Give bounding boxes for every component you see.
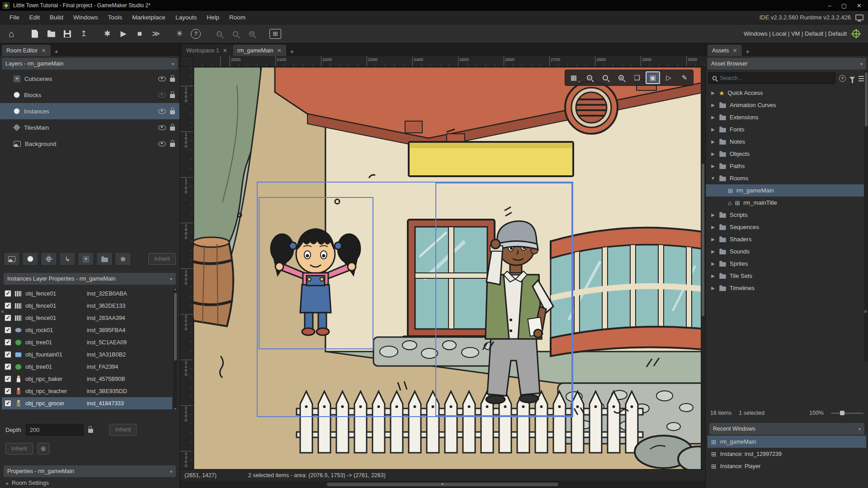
chevron-right-icon[interactable]: ▶: [710, 103, 716, 108]
zoom-in-toolbar-button[interactable]: +: [244, 27, 259, 41]
menu-marketplace[interactable]: Marketplace: [127, 12, 170, 23]
new-project-button[interactable]: [27, 27, 42, 41]
add-instance-layer-button[interactable]: [22, 252, 38, 266]
canvas-vertical-scrollbar[interactable]: [701, 67, 705, 469]
add-path-layer-button[interactable]: ↳: [59, 252, 75, 266]
room-settings-section[interactable]: ▸ Room Settings: [6, 480, 49, 486]
recent-window-item[interactable]: ⊞Instance: inst_12997239: [708, 448, 866, 460]
home-button[interactable]: ⌂: [4, 27, 19, 41]
lock-icon[interactable]: [170, 110, 175, 114]
maximize-button[interactable]: ▢: [841, 2, 847, 9]
tab-assets[interactable]: Assets ✕: [708, 45, 742, 56]
clear-inherit-button[interactable]: ⊗: [38, 443, 49, 455]
visibility-eye-icon[interactable]: [158, 125, 166, 130]
tab-close-icon[interactable]: ✕: [733, 47, 737, 54]
collapse-right-panel-handle[interactable]: »: [864, 308, 867, 314]
visibility-eye-icon[interactable]: [158, 109, 166, 114]
delete-layer-button[interactable]: ⊗: [115, 252, 131, 266]
preview-button[interactable]: ▷: [661, 71, 676, 84]
layers-header[interactable]: Layers - rm_gameMain ▾: [2, 58, 178, 70]
menu-tools[interactable]: Tools: [103, 12, 127, 23]
instances-scrollbar[interactable]: ▲ ▼: [173, 288, 177, 409]
zoom-actual-button[interactable]: [598, 71, 613, 84]
instance-row[interactable]: obj_tree01inst_5C1AEA09: [2, 336, 172, 348]
lock-icon[interactable]: [170, 94, 175, 98]
menu-room[interactable]: Room: [224, 12, 250, 23]
menu-file[interactable]: File: [5, 12, 24, 23]
canvas-horizontal-scrollbar[interactable]: ▲: [180, 481, 705, 488]
asset-browser-header[interactable]: Asset Browser ▾: [708, 58, 866, 70]
chevron-right-icon[interactable]: ▶: [710, 90, 716, 95]
menu-windows[interactable]: Windows: [68, 12, 103, 23]
run-button[interactable]: ▶: [116, 27, 131, 41]
checkbox-checked[interactable]: [5, 314, 11, 321]
open-project-button[interactable]: [43, 27, 59, 41]
visibility-eye-icon[interactable]: [158, 141, 166, 146]
add-tab-button[interactable]: +: [743, 46, 753, 56]
filter-icon[interactable]: [849, 77, 855, 80]
build-targets-label[interactable]: Windows | Local | VM | Default | Default: [744, 30, 847, 37]
asset-tree-item-tile-sets[interactable]: ▶Tile Sets: [706, 270, 868, 282]
asset-tree-item-rm-gamemain[interactable]: ⊞rm_gameMain: [706, 184, 868, 197]
instance-row[interactable]: obj_rock01inst_3895FBA4: [2, 324, 172, 336]
asset-tree-item-extensions[interactable]: ▶Extensions: [706, 111, 868, 123]
layer-row-cutscenes[interactable]: +Cutscenes: [0, 70, 179, 87]
instance-row[interactable]: obj_tree01inst_FA2394: [2, 361, 172, 373]
add-layer-folder-button[interactable]: [96, 252, 113, 266]
instance-row[interactable]: obj_fence01inst_362DE133: [2, 300, 172, 312]
add-asset-layer-button[interactable]: +: [78, 252, 94, 266]
instance-row[interactable]: obj_fence01inst_32EB0ABA: [2, 287, 172, 300]
checkbox-checked[interactable]: [5, 302, 11, 309]
save-project-button[interactable]: [60, 27, 75, 41]
checkbox-checked[interactable]: [5, 351, 11, 358]
checkbox-checked[interactable]: [5, 327, 11, 333]
chevron-right-icon[interactable]: ▶: [710, 115, 716, 120]
tab-close-icon[interactable]: ✕: [223, 47, 227, 54]
paint-mode-button[interactable]: ✎: [677, 71, 692, 84]
help-button[interactable]: ?: [191, 29, 201, 39]
zoom-out-toolbar-button[interactable]: −: [212, 27, 227, 41]
visibility-eye-icon[interactable]: [158, 76, 166, 81]
recent-windows-header[interactable]: Recent Windows ▾: [709, 423, 864, 435]
asset-tree-item-rooms[interactable]: ▼Rooms: [706, 172, 868, 184]
depth-input[interactable]: [26, 424, 84, 436]
lock-icon[interactable]: [170, 127, 175, 131]
chevron-right-icon[interactable]: ▶: [710, 127, 716, 132]
barrel[interactable]: [193, 237, 233, 326]
asset-tree-item-timelines[interactable]: ▶Timelines: [706, 282, 868, 294]
layer-inherit-button[interactable]: Inherit: [5, 443, 33, 455]
add-tile-layer-button[interactable]: [41, 252, 57, 266]
asset-tree-item-sounds[interactable]: ▶Sounds: [706, 245, 868, 258]
asset-search-box[interactable]: [708, 72, 835, 84]
instance-row[interactable]: obj_fountain01inst_3A31B0B2: [2, 348, 172, 361]
debug-button[interactable]: ✱: [99, 27, 115, 41]
lock-icon[interactable]: [88, 429, 93, 433]
instance-row[interactable]: obj_fence01inst_283AA394: [2, 312, 172, 324]
checkbox-checked[interactable]: [5, 363, 11, 370]
asset-tree-item-rm-maintitle[interactable]: ⌂⊞rm_mainTitle: [706, 197, 868, 209]
lock-icon[interactable]: [170, 78, 175, 82]
tree-zoom-slider[interactable]: [831, 413, 863, 414]
zoom-reset-toolbar-button[interactable]: [228, 27, 243, 41]
tab-room-editor[interactable]: Room Editor ✕: [2, 45, 51, 56]
checkbox-checked[interactable]: [5, 339, 11, 346]
chevron-right-icon[interactable]: ▶: [710, 225, 716, 230]
visibility-eye-icon[interactable]: [158, 93, 166, 98]
room-canvas[interactable]: ▦˅−+❏▣▷✎: [193, 67, 705, 469]
checkbox-checked[interactable]: [5, 388, 11, 394]
room-properties-header[interactable]: Properties - rm_gameMain ▾: [4, 465, 176, 477]
fit-view-button[interactable]: ❏: [630, 71, 644, 84]
chevron-right-icon[interactable]: ▶: [710, 164, 716, 169]
windowed-grid-button[interactable]: ⊞: [269, 29, 281, 39]
layers-inherit-button[interactable]: Inherit: [148, 253, 176, 265]
menu-edit[interactable]: Edit: [24, 12, 45, 23]
checkbox-checked[interactable]: [5, 375, 11, 382]
asset-tree-item-scripts[interactable]: ▶Scripts: [706, 209, 868, 221]
chevron-right-icon[interactable]: ▶: [710, 151, 716, 156]
add-asset-button[interactable]: +: [839, 75, 846, 82]
layer-row-blocks[interactable]: Blocks: [0, 87, 179, 103]
recent-window-item[interactable]: ⊞rm_gameMain: [708, 436, 866, 448]
chevron-right-icon[interactable]: ▶: [710, 261, 716, 266]
instance-row[interactable]: obj_npc_teacherinst_3BE935DD: [2, 385, 172, 397]
asset-tree-item-animation-curves[interactable]: ▶Animation Curves: [706, 99, 868, 111]
